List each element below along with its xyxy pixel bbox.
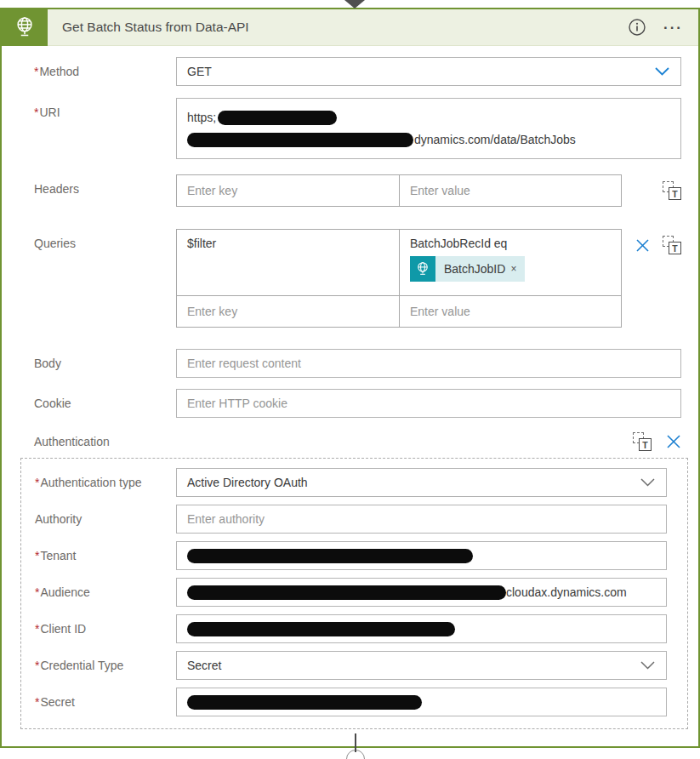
credential-type-select[interactable]: Secret: [176, 651, 667, 680]
auth-type-value: Active Directory OAuth: [187, 476, 308, 489]
tenant-input[interactable]: [176, 541, 667, 570]
authentication-section: *Authentication type Active Directory OA…: [20, 458, 688, 729]
headers-key-input[interactable]: [187, 182, 389, 198]
required-marker: *: [35, 476, 39, 489]
text-glyph: T: [669, 187, 681, 200]
method-value: GET: [187, 65, 212, 78]
queries-key-cell: [177, 296, 399, 327]
secret-label: *Secret: [35, 688, 176, 709]
flow-connector-arrow-icon: [344, 0, 365, 9]
headers-value-input[interactable]: [410, 182, 611, 198]
queries-value-cell: [399, 296, 621, 327]
required-marker: *: [35, 695, 39, 709]
uri-text-suffix: dynamics.com/data/BatchJobs: [414, 133, 576, 146]
body-input[interactable]: [176, 349, 681, 378]
switch-to-text-mode-icon[interactable]: T: [633, 432, 652, 451]
required-marker: *: [35, 585, 39, 599]
authority-input[interactable]: [176, 505, 667, 534]
uri-input[interactable]: https; dynamics.com/data/BatchJobs: [176, 98, 681, 159]
redacted-value: [218, 111, 337, 125]
uri-label: *URI: [34, 98, 176, 119]
queries-label: Queries: [34, 229, 176, 250]
client-id-input[interactable]: [176, 614, 667, 643]
table-row: $filter BatchJobRecId eq: [177, 230, 621, 295]
redacted-value: [187, 133, 413, 147]
table-row: [177, 175, 621, 206]
table-row: [177, 295, 621, 327]
redacted-value: [187, 695, 422, 710]
queries-table: $filter BatchJobRecId eq: [176, 229, 622, 328]
chevron-down-icon: [640, 660, 656, 671]
client-id-label: *Client ID: [35, 614, 176, 636]
chevron-down-icon: [640, 477, 656, 488]
method-label: *Method: [34, 57, 176, 78]
credential-type-label: *Credential Type: [35, 651, 176, 672]
redacted-value: [187, 549, 473, 563]
required-marker: *: [35, 549, 39, 562]
audience-label: *Audience: [35, 578, 176, 599]
authentication-label: Authentication: [34, 435, 110, 448]
flow-connector-line: [355, 733, 356, 752]
chevron-down-icon: [654, 66, 670, 77]
headers-label: Headers: [34, 174, 176, 196]
required-marker: *: [34, 65, 38, 78]
cookie-input[interactable]: [176, 389, 681, 418]
dynamic-content-token[interactable]: BatchJobID ×: [410, 256, 525, 282]
required-marker: *: [34, 106, 38, 119]
uri-text-prefix: https;: [187, 111, 216, 124]
audience-visible-text: cloudax.dynamics.com: [506, 585, 627, 599]
required-marker: *: [35, 622, 39, 636]
redacted-value: [187, 622, 455, 636]
text-glyph: T: [669, 242, 681, 254]
authority-label: Authority: [35, 505, 176, 526]
http-action-card: Get Batch Status from Data-API ··· *Meth…: [0, 8, 700, 748]
cookie-label: Cookie: [34, 389, 176, 410]
http-token-icon: [410, 256, 435, 282]
headers-key-cell: [177, 175, 399, 206]
remove-authentication-icon[interactable]: [666, 434, 681, 449]
method-select[interactable]: GET: [176, 57, 681, 86]
tenant-label: *Tenant: [35, 541, 176, 562]
action-title: Get Batch Status from Data-API: [62, 20, 628, 35]
auth-type-label: *Authentication type: [35, 468, 176, 489]
info-icon[interactable]: [628, 18, 646, 37]
delete-row-icon[interactable]: [635, 238, 650, 253]
queries-value-input[interactable]: [410, 303, 611, 319]
auth-type-select[interactable]: Active Directory OAuth: [176, 468, 667, 497]
token-remove-icon[interactable]: ×: [510, 263, 525, 275]
credential-type-value: Secret: [187, 659, 221, 672]
switch-to-text-mode-icon[interactable]: T: [663, 236, 681, 254]
http-connector-icon: [2, 9, 48, 46]
queries-key-cell[interactable]: $filter: [177, 230, 399, 295]
secret-input[interactable]: [176, 688, 667, 716]
switch-to-text-mode-icon[interactable]: T: [663, 181, 681, 200]
audience-input[interactable]: cloudax.dynamics.com: [176, 578, 667, 607]
queries-key-value: $filter: [187, 237, 216, 250]
required-marker: *: [35, 659, 39, 672]
body-label: Body: [34, 349, 176, 370]
more-menu-icon[interactable]: ···: [663, 20, 683, 35]
headers-table: [176, 174, 622, 207]
action-header[interactable]: Get Batch Status from Data-API ···: [2, 9, 698, 46]
headers-value-cell: [399, 175, 621, 206]
redacted-value: [187, 585, 506, 600]
queries-value-text: BatchJobRecId eq: [410, 237, 611, 250]
token-label: BatchJobID: [435, 262, 510, 276]
text-glyph: T: [639, 438, 652, 451]
queries-value-cell[interactable]: BatchJobRecId eq: [399, 230, 621, 295]
queries-key-input[interactable]: [187, 303, 389, 319]
